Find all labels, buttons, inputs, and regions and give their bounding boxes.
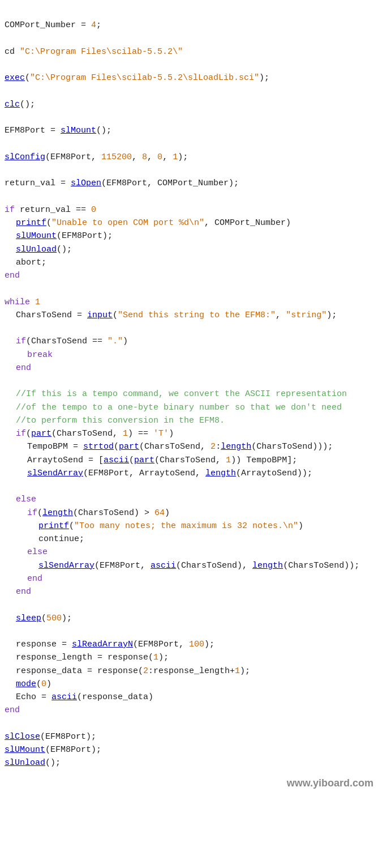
code-line: end bbox=[5, 361, 373, 375]
code-line: slSendArray(EFM8Port, ascii(CharsToSend)… bbox=[5, 559, 373, 572]
code-line: slUMount(EFM8Port); bbox=[5, 743, 373, 756]
code-line: slConfig(EFM8Port, 115200, 8, 0, 1); bbox=[5, 151, 373, 164]
code-line: break bbox=[5, 348, 373, 361]
code-line: end bbox=[5, 269, 373, 282]
code-line: Echo = ascii(response_data) bbox=[5, 691, 373, 704]
code-line bbox=[5, 111, 373, 124]
code-line: mode(0) bbox=[5, 678, 373, 691]
code-line: //If this is a tempo command, we convert… bbox=[5, 388, 373, 401]
code-line: else bbox=[5, 546, 373, 559]
code-line: slUMount(EFM8Port); bbox=[5, 229, 373, 242]
code-line: cd "C:\Program Files\scilab-5.5.2\" bbox=[5, 45, 373, 58]
code-line: response_data = response(2:response_leng… bbox=[5, 665, 373, 678]
code-line: ArraytoSend = [ascii(part(CharsToSend, 1… bbox=[5, 454, 373, 467]
code-line: response_length = response(1); bbox=[5, 651, 373, 664]
code-line bbox=[5, 717, 373, 730]
code-line: if return_val == 0 bbox=[5, 203, 373, 216]
code-line: if(part(CharsToSend, 1) == 'T') bbox=[5, 427, 373, 440]
code-line bbox=[5, 480, 373, 493]
code-container: COMPort_Number = 4; cd "C:\Program Files… bbox=[5, 6, 373, 770]
code-line: COMPort_Number = 4; bbox=[5, 19, 373, 32]
code-line: slSendArray(EFM8Port, ArraytoSend, lengt… bbox=[5, 467, 373, 480]
code-line: else bbox=[5, 493, 373, 506]
code-line bbox=[5, 138, 373, 151]
code-line: CharsToSend = input("Send this string to… bbox=[5, 309, 373, 322]
code-line: slUnload(); bbox=[5, 756, 373, 769]
code-line: //of the tempo to a one-byte binary numb… bbox=[5, 401, 373, 414]
code-line: exec("C:\Program Files\scilab-5.5.2\slLo… bbox=[5, 71, 373, 84]
code-line: abort; bbox=[5, 256, 373, 269]
code-line bbox=[5, 375, 373, 388]
code-line: if(length(CharsToSend) > 64) bbox=[5, 507, 373, 520]
code-line: TempoBPM = strtod(part(CharsToSend, 2:le… bbox=[5, 440, 373, 453]
code-line: printf("Unable to open COM port %d\n", C… bbox=[5, 216, 373, 229]
code-line bbox=[5, 322, 373, 335]
code-line bbox=[5, 58, 373, 71]
code-line bbox=[5, 282, 373, 295]
code-line bbox=[5, 85, 373, 98]
code-line bbox=[5, 625, 373, 638]
code-line: sleep(500); bbox=[5, 612, 373, 625]
code-line: clc(); bbox=[5, 98, 373, 111]
code-line: EFM8Port = slMount(); bbox=[5, 124, 373, 137]
code-line: end bbox=[5, 572, 373, 585]
code-line: printf("Too many notes; the maximum is 3… bbox=[5, 520, 373, 533]
code-line: //to perform this conversion in the EFM8… bbox=[5, 414, 373, 427]
code-line: response = slReadArrayN(EFM8Port, 100); bbox=[5, 638, 373, 651]
code-line bbox=[5, 32, 373, 45]
code-line: end bbox=[5, 585, 373, 598]
code-line: return_val = slOpen(EFM8Port, COMPort_Nu… bbox=[5, 177, 373, 190]
code-line bbox=[5, 164, 373, 177]
code-line bbox=[5, 598, 373, 611]
code-line bbox=[5, 190, 373, 203]
code-line: while 1 bbox=[5, 296, 373, 309]
code-line: if(CharsToSend == ".") bbox=[5, 335, 373, 348]
code-line: slUnload(); bbox=[5, 243, 373, 256]
code-line: slClose(EFM8Port); bbox=[5, 730, 373, 743]
code-line: end bbox=[5, 704, 373, 717]
code-line: continue; bbox=[5, 533, 373, 546]
watermark: www.yiboard.com bbox=[5, 776, 373, 792]
